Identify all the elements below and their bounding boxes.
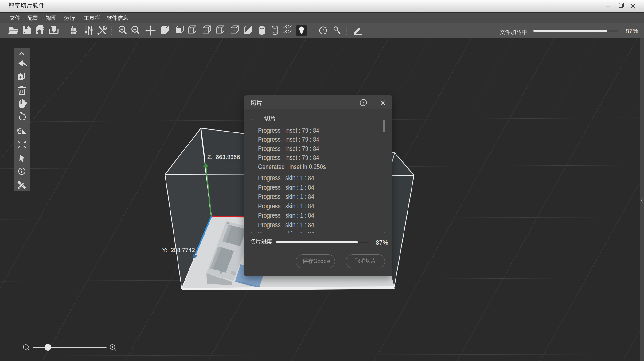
svg-text:Y: 208.7742: Y: 208.7742: [162, 247, 195, 253]
svg-text:Z: 863.9986: Z: 863.9986: [207, 154, 240, 160]
svg-text:87%: 87%: [626, 27, 638, 34]
